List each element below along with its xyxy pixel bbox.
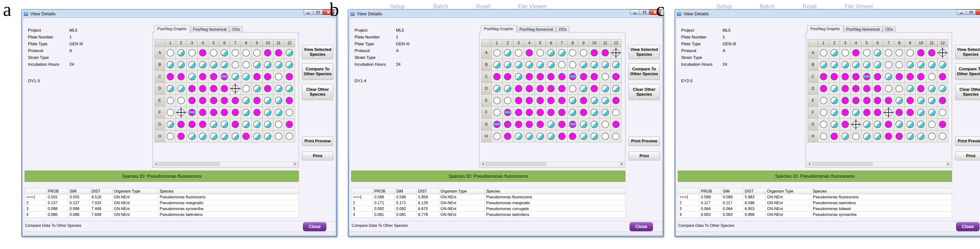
well-C9[interactable] bbox=[580, 73, 587, 80]
well-A1[interactable] bbox=[493, 49, 501, 56]
well-D6[interactable] bbox=[547, 85, 555, 92]
well-B6[interactable] bbox=[874, 61, 881, 69]
tab[interactable]: Pos/Neg Graphic bbox=[480, 25, 517, 33]
scroll-left-arrow[interactable] bbox=[480, 162, 485, 166]
well-C4[interactable] bbox=[199, 73, 206, 80]
well-F10[interactable] bbox=[591, 109, 598, 116]
well-B1[interactable] bbox=[167, 61, 174, 69]
maximize-button[interactable] bbox=[640, 10, 649, 15]
well-C2[interactable] bbox=[504, 73, 511, 80]
well-A5[interactable] bbox=[210, 49, 217, 56]
well-D10[interactable] bbox=[264, 85, 271, 92]
well-B10[interactable] bbox=[591, 61, 598, 69]
well-B1[interactable] bbox=[493, 61, 501, 69]
well-A12[interactable] bbox=[939, 49, 946, 56]
well-F6[interactable] bbox=[874, 109, 881, 116]
well-B10[interactable] bbox=[264, 61, 271, 69]
well-F9[interactable] bbox=[580, 109, 587, 116]
well-F4[interactable] bbox=[199, 109, 206, 116]
well-F4[interactable] bbox=[852, 109, 859, 116]
well-D10[interactable] bbox=[917, 85, 924, 92]
well-A8[interactable] bbox=[569, 49, 576, 56]
close-button[interactable]: Close bbox=[630, 222, 653, 231]
well-B6[interactable] bbox=[221, 61, 228, 69]
well-H12[interactable] bbox=[939, 132, 946, 140]
well-G6[interactable] bbox=[221, 121, 228, 128]
results-col-header[interactable]: PROB bbox=[46, 188, 68, 194]
well-E1[interactable] bbox=[820, 97, 827, 104]
well-H12[interactable] bbox=[612, 132, 620, 140]
well-C8[interactable] bbox=[896, 73, 903, 80]
well-H1[interactable] bbox=[167, 132, 174, 140]
well-F8[interactable] bbox=[896, 109, 903, 116]
result-row[interactable]: 40.0860.0867.609GN-NEntPseudomonas taetr… bbox=[25, 212, 299, 218]
well-H9[interactable] bbox=[907, 132, 914, 140]
well-B8[interactable] bbox=[242, 61, 250, 69]
well-G2[interactable] bbox=[504, 121, 511, 128]
well-A7[interactable] bbox=[885, 49, 892, 56]
result-row[interactable]: 30.0640.0646.953GN-NEntPseudomonas tolaa… bbox=[678, 206, 952, 212]
well-A8[interactable] bbox=[242, 49, 250, 56]
well-E6[interactable] bbox=[874, 97, 881, 104]
well-G12[interactable] bbox=[612, 121, 620, 128]
well-G4[interactable] bbox=[199, 121, 206, 128]
well-D12[interactable] bbox=[286, 85, 293, 92]
well-A4[interactable] bbox=[852, 49, 859, 56]
well-A6[interactable] bbox=[221, 49, 228, 56]
well-G1[interactable] bbox=[493, 121, 501, 128]
well-E2[interactable] bbox=[830, 97, 838, 104]
well-C1[interactable] bbox=[167, 73, 174, 80]
well-A5[interactable] bbox=[863, 49, 870, 56]
well-H1[interactable] bbox=[820, 132, 827, 140]
well-E11[interactable] bbox=[601, 97, 609, 104]
well-B9[interactable] bbox=[253, 61, 261, 69]
well-B12[interactable] bbox=[612, 61, 620, 69]
result-row[interactable]: 30.0980.0987.449GN-NEntPseudomonas synxa… bbox=[25, 206, 299, 212]
results-col-header[interactable]: Organism Type bbox=[765, 188, 811, 194]
well-G2[interactable] bbox=[830, 121, 838, 128]
scroll-thumb[interactable] bbox=[159, 162, 220, 166]
well-D9[interactable] bbox=[253, 85, 261, 92]
well-H5[interactable] bbox=[536, 132, 544, 140]
results-col-header[interactable] bbox=[678, 188, 699, 194]
maximize-button[interactable] bbox=[966, 10, 976, 15]
well-G11[interactable] bbox=[275, 121, 282, 128]
well-G9[interactable] bbox=[580, 121, 587, 128]
well-A10[interactable] bbox=[591, 49, 598, 56]
well-G3[interactable] bbox=[188, 121, 196, 128]
well-D8[interactable] bbox=[896, 85, 903, 92]
well-F5[interactable] bbox=[863, 109, 870, 116]
print-button[interactable]: Print bbox=[955, 152, 980, 160]
well-C4[interactable] bbox=[526, 73, 533, 80]
well-E12[interactable] bbox=[939, 97, 946, 104]
well-E6[interactable] bbox=[221, 97, 228, 104]
well-B12[interactable] bbox=[286, 61, 293, 69]
well-B4[interactable] bbox=[852, 61, 859, 69]
well-B5[interactable] bbox=[536, 61, 544, 69]
tab[interactable]: Pos/Neg Graphic bbox=[154, 25, 190, 33]
well-F5[interactable] bbox=[210, 109, 217, 116]
close-window-button[interactable] bbox=[975, 10, 980, 15]
well-F1[interactable] bbox=[493, 109, 501, 116]
scroll-right-arrow[interactable] bbox=[946, 162, 951, 166]
well-C2[interactable] bbox=[177, 73, 185, 80]
well-D6[interactable] bbox=[221, 85, 228, 92]
result-row[interactable]: 20.1370.1377.033GN-NEntPseudomonas margi… bbox=[25, 200, 299, 206]
well-A1[interactable] bbox=[820, 49, 827, 56]
minimize-button[interactable] bbox=[304, 10, 313, 15]
well-A6[interactable] bbox=[547, 49, 555, 56]
well-F9[interactable] bbox=[907, 109, 914, 116]
well-D2[interactable] bbox=[504, 85, 511, 92]
well-C5[interactable] bbox=[210, 73, 217, 80]
well-D7[interactable] bbox=[558, 85, 566, 92]
tab[interactable]: ODs bbox=[229, 26, 243, 33]
result-row[interactable]: ==>10.5890.5895.983GN-NEntPseudomonas fl… bbox=[678, 194, 952, 200]
well-E11[interactable] bbox=[928, 97, 935, 104]
well-F2[interactable] bbox=[504, 109, 511, 116]
well-H11[interactable] bbox=[928, 132, 935, 140]
well-D4[interactable] bbox=[199, 85, 206, 92]
well-C3[interactable] bbox=[188, 73, 196, 80]
side-button[interactable]: Compare To Other Species bbox=[955, 63, 980, 80]
well-D1[interactable] bbox=[167, 85, 174, 92]
well-C7[interactable] bbox=[558, 73, 566, 80]
